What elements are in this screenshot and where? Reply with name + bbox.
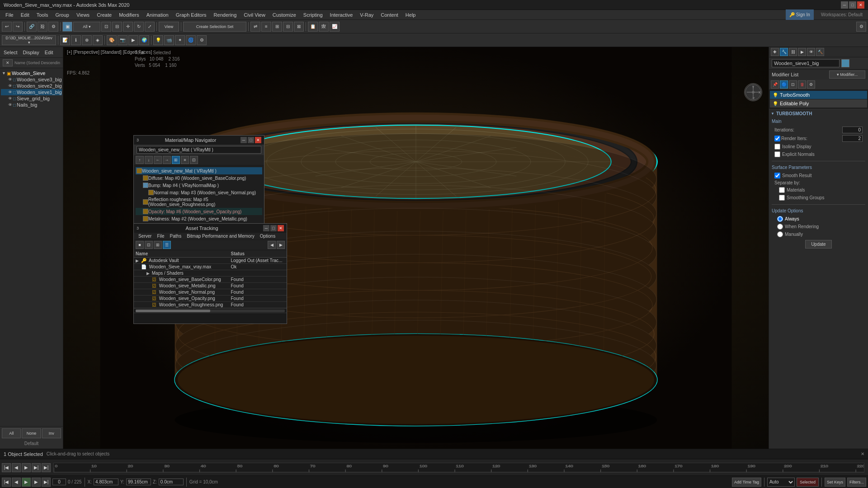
environment-button[interactable]: 🌍 <box>139 35 149 45</box>
set-keys-button[interactable]: Set Keys <box>825 478 845 487</box>
asset-minimize-button[interactable]: ─ <box>263 225 269 231</box>
hierarchy-tab[interactable]: ⛓ <box>789 48 797 56</box>
timeline-track[interactable]: 0 10 20 30 40 50 60 70 80 90 100 110 <box>53 463 864 473</box>
add-time-tag-button[interactable]: Add Time Tag <box>732 478 761 487</box>
minimize-button[interactable]: ─ <box>841 1 848 9</box>
manually-radio[interactable] <box>777 231 783 237</box>
turbosmooth-header[interactable]: TurboSmooth <box>769 109 868 117</box>
tree-item-nails[interactable]: 👁 □ Nails_big <box>1 102 62 108</box>
mat-nav-right-button[interactable]: → <box>163 156 171 164</box>
explicit-normals-row[interactable]: Explicit Normals <box>772 150 865 158</box>
smoothing-groups-row[interactable]: Smoothing Groups <box>772 194 865 202</box>
cameras-button[interactable]: 📹 <box>164 35 174 45</box>
schematic-view-button[interactable]: 🕸 <box>319 22 329 32</box>
spacewarps-button[interactable]: 🌀 <box>186 35 196 45</box>
asset-row-roughness[interactable]: 🖼 Wooden_sieve_Roughness.png Found <box>134 302 287 308</box>
helpers-button[interactable]: ✦ <box>175 35 185 45</box>
tree-item-sieve2[interactable]: 👁 □ Wooden_sieve2_big <box>1 83 62 89</box>
transform-gizmo-button[interactable]: ⊕ <box>82 35 92 45</box>
layer-manager-button[interactable]: 📋 <box>308 22 318 32</box>
menu-scripting[interactable]: Scripting <box>300 10 326 20</box>
mat-item-diffuse[interactable]: Diffuse: Map #0 (Wooden_sieve_BaseColor.… <box>136 174 262 182</box>
motion-tab[interactable]: ▶ <box>798 48 806 56</box>
close-hint-button[interactable]: ✕ <box>861 451 864 456</box>
bind-button[interactable]: ⚙ <box>48 22 58 32</box>
mat-item-opacity[interactable]: Opacity: Map #6 (Wooden_sieve_Opacity.pn… <box>136 208 262 215</box>
modifier-dropdown-button[interactable]: ▾ Modifier... <box>829 70 865 79</box>
playback-end-button[interactable]: ▶| <box>42 478 51 487</box>
object-properties-button[interactable]: ℹ <box>71 35 81 45</box>
next-frame-button[interactable]: ▶| <box>32 463 41 472</box>
all-layers-button[interactable]: All <box>2 428 21 438</box>
mat-item-normal[interactable]: Normal map: Map #3 (Wooden_sieve_Normal.… <box>136 189 262 196</box>
mat-nav-close-button[interactable]: ✕ <box>255 137 261 143</box>
always-radio-row[interactable]: Always <box>772 215 865 223</box>
asset-row-maps[interactable]: ▶ Maps / Shaders <box>134 270 287 277</box>
undo-button[interactable]: ↩ <box>2 22 12 32</box>
go-end-button[interactable]: ▶| <box>42 463 51 472</box>
y-coord-input[interactable] <box>126 479 151 485</box>
material-editor-button[interactable]: 🎨 <box>107 35 117 45</box>
display-tab[interactable]: 👁 <box>807 48 815 56</box>
when-rendering-radio[interactable] <box>777 224 783 230</box>
iterations-input[interactable] <box>842 127 863 133</box>
smoothing-groups-check[interactable] <box>779 195 785 201</box>
materials-row[interactable]: Materials <box>772 186 865 194</box>
asset-close-button[interactable]: ✕ <box>278 225 284 231</box>
render-iters-check[interactable] <box>774 136 780 141</box>
z-coord-input[interactable] <box>159 479 184 485</box>
asset-row-metallic[interactable]: 🖼 Wooden_sieve_Metallic.png Found <box>134 283 287 289</box>
scene-filter-button[interactable]: ✕ <box>3 59 13 66</box>
scale-button[interactable]: ⤢ <box>145 22 155 32</box>
asset-paths-menu[interactable]: Paths <box>167 233 184 239</box>
isoline-row[interactable]: Isoline Display <box>772 143 865 150</box>
scene-label-dropdown[interactable]: D:\3D_MOLIE...2024\Siev ▾ <box>2 35 56 45</box>
asset-row-opacity[interactable]: 🖼 Wooden_sieve_Opacity.png Found <box>134 296 287 302</box>
asset-next-button[interactable]: ▶ <box>277 241 285 249</box>
view-dropdown[interactable]: View <box>159 22 179 32</box>
asset-maximize-button[interactable]: □ <box>270 225 277 231</box>
asset-tb1[interactable]: ■ <box>136 241 144 249</box>
go-start-button[interactable]: |◀ <box>2 463 11 472</box>
display-menu-item[interactable]: Display <box>23 50 39 55</box>
mat-nav-list-button[interactable]: ≡ <box>181 156 189 164</box>
create-selection-dropdown[interactable]: Create Selection Set <box>183 22 246 32</box>
smooth-result-row[interactable]: Smooth Result <box>772 172 865 179</box>
configure-button[interactable]: ⚙ <box>807 80 815 89</box>
tree-item-grid[interactable]: 👁 □ Sieve_grid_big <box>1 95 62 102</box>
asset-server-menu[interactable]: Server <box>136 233 154 239</box>
mirror-button[interactable]: ⇌ <box>250 22 260 32</box>
edit-menu-item[interactable]: Edit <box>45 50 53 55</box>
mat-nav-view-button[interactable]: ⊞ <box>172 156 180 164</box>
update-button[interactable]: Update <box>805 240 831 249</box>
menu-modifiers[interactable]: Modifiers <box>115 10 143 20</box>
when-rendering-radio-row[interactable]: When Rendering <box>772 223 865 230</box>
asset-row-basecolor[interactable]: 🖼 Wooden_sieve_BaseColor.png Found <box>134 277 287 283</box>
make-unique-button[interactable]: ⊡ <box>789 80 797 89</box>
utilities-tab[interactable]: 🔨 <box>816 48 824 56</box>
asset-tb2[interactable]: ⊡ <box>145 241 153 249</box>
menu-interactive[interactable]: Interactive <box>326 10 357 20</box>
select-all-button[interactable]: ▣ <box>62 22 72 32</box>
x-coord-input[interactable] <box>94 479 118 485</box>
sign-in-button[interactable]: 🔑 Sign In <box>786 9 814 20</box>
selected-button[interactable]: Selected <box>797 478 819 487</box>
menu-civil-view[interactable]: Civil View <box>240 10 269 20</box>
select-menu-item[interactable]: Select <box>4 50 18 55</box>
always-radio[interactable] <box>777 216 783 222</box>
systems-button[interactable]: ⚙ <box>197 35 207 45</box>
isoline-check[interactable] <box>774 144 780 150</box>
menu-animation[interactable]: Animation <box>143 10 172 20</box>
select-object-button[interactable]: ⊡ <box>101 22 111 32</box>
mat-item-bump[interactable]: Bump: Map #4 ( VRayNormalMap ) <box>136 182 262 189</box>
link-button[interactable]: 🔗 <box>27 22 37 32</box>
prev-frame-button[interactable]: ◀ <box>12 463 21 472</box>
hierarchy-button[interactable]: ⊞ <box>272 22 282 32</box>
menu-tools[interactable]: Tools <box>33 10 52 20</box>
explicit-normals-check[interactable] <box>774 151 780 157</box>
smooth-result-check[interactable] <box>774 173 780 178</box>
menu-rendering[interactable]: Rendering <box>210 10 241 20</box>
editable-poly-modifier[interactable]: 💡 Editable Poly <box>770 99 867 108</box>
delete-modifier-button[interactable]: 🗑 <box>798 80 806 89</box>
menu-views[interactable]: Views <box>73 10 93 20</box>
